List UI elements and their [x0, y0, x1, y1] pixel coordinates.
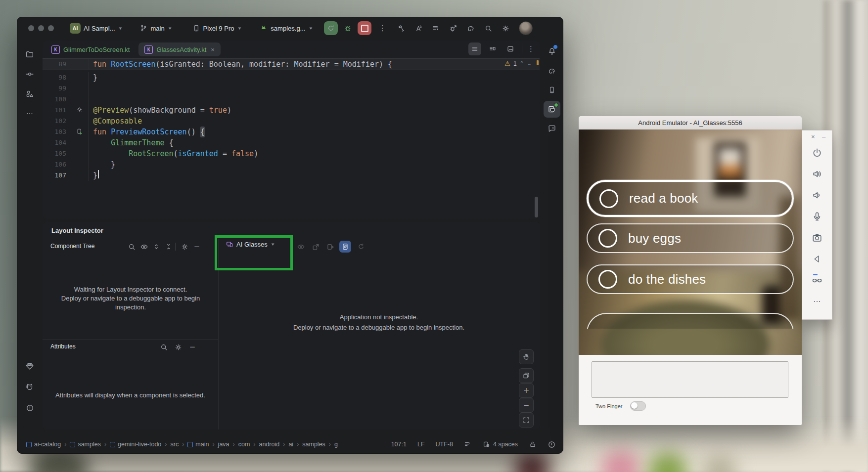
close-window-button[interactable] — [28, 25, 34, 31]
snapshot-load-button[interactable] — [324, 241, 336, 253]
emulator-close-button[interactable]: × — [811, 133, 815, 140]
inspect-mode-button[interactable] — [295, 241, 307, 253]
run-more-kebab[interactable]: ⋮ — [378, 24, 386, 32]
two-finger-toggle[interactable] — [630, 401, 646, 411]
layers-button[interactable] — [519, 368, 534, 383]
preview-settings-icon[interactable] — [76, 106, 83, 113]
sidebar-item-project[interactable] — [21, 46, 38, 63]
debug-button[interactable] — [341, 21, 355, 35]
pan-button[interactable] — [519, 349, 534, 364]
formatter-icon[interactable] — [464, 440, 472, 448]
code-line-105[interactable]: 105 RootScreen(isGranted = false) — [43, 148, 540, 159]
gutter[interactable] — [66, 83, 89, 94]
code-editor[interactable]: 89fun RootScreen(isGranted: Boolean, mod… — [43, 58, 540, 219]
device-selector[interactable]: Pixel 9 Pro ▼ — [192, 24, 242, 32]
sidebar-item-gemini[interactable] — [544, 120, 560, 137]
breadcrumb-item[interactable]: gemini-live-todo — [110, 441, 161, 448]
breadcrumb-item[interactable]: com — [238, 441, 250, 448]
gutter[interactable] — [66, 170, 89, 181]
attach-debugger-button[interactable] — [449, 24, 457, 33]
zoom-out-button[interactable]: − — [519, 398, 534, 413]
vcs-branch-widget[interactable]: main ▼ — [139, 24, 172, 32]
refresh-button[interactable] — [355, 241, 367, 253]
glasses-button[interactable] — [810, 273, 824, 288]
code-line-102[interactable]: 102@Composable — [43, 116, 540, 127]
more-button[interactable] — [810, 294, 824, 309]
apply-changes-button[interactable] — [414, 24, 423, 33]
breadcrumb-item[interactable]: java — [218, 441, 229, 448]
todo-radio-icon[interactable] — [598, 229, 617, 248]
tree-expand-all-button[interactable] — [150, 241, 162, 253]
stop-button[interactable] — [358, 21, 371, 35]
gutter[interactable] — [66, 159, 89, 170]
unlock-icon[interactable] — [529, 440, 537, 448]
emulator-text-input[interactable] — [592, 361, 788, 398]
volume-down-button[interactable] — [810, 188, 824, 203]
tree-settings-button[interactable] — [179, 241, 190, 253]
todo-item[interactable]: buy eggs — [587, 223, 794, 253]
editor-tab-2[interactable]: KGlassesActivity.kt× — [138, 43, 220, 56]
sidebar-item-app-quality-insights[interactable] — [21, 358, 38, 375]
code-line-99[interactable]: 99 — [43, 83, 540, 94]
tree-search-button[interactable] — [126, 241, 137, 253]
close-icon[interactable]: × — [211, 46, 215, 53]
gutter[interactable] — [66, 137, 89, 148]
tree-hide-button[interactable]: − — [191, 241, 203, 253]
camera-button[interactable] — [810, 230, 824, 245]
power-button[interactable] — [810, 145, 824, 160]
zoom-window-button[interactable] — [48, 25, 54, 31]
view-design-button[interactable] — [504, 43, 517, 55]
rerun-button[interactable] — [324, 21, 338, 35]
code-line-89[interactable]: 89fun RootScreen(isGranted: Boolean, mod… — [43, 58, 540, 70]
back-button[interactable] — [810, 252, 824, 266]
prev-warning-chevron[interactable]: ⌃ — [520, 61, 524, 66]
zoom-fit-button[interactable] — [519, 413, 534, 428]
line-separator[interactable]: LF — [417, 441, 425, 448]
gutter[interactable] — [66, 72, 89, 83]
run-config-selector[interactable]: samples.g... ▼ — [260, 24, 313, 32]
todo-radio-icon[interactable] — [599, 189, 618, 208]
breadcrumb-item[interactable]: main — [187, 441, 209, 448]
code-line-106[interactable]: 106 } — [43, 159, 540, 170]
volume-up-button[interactable] — [810, 167, 824, 181]
gutter[interactable] — [66, 105, 89, 116]
attributes-hide-button[interactable]: − — [186, 341, 198, 353]
attributes-settings-button[interactable] — [172, 341, 184, 353]
snapshot-export-button[interactable] — [310, 241, 321, 253]
editor-tab-1[interactable]: KGlimmerToDoScreen.kt — [46, 43, 136, 56]
indent-setting[interactable]: 4 spaces — [483, 440, 518, 448]
tree-visibility-button[interactable] — [138, 241, 150, 253]
sidebar-item-gradle[interactable] — [544, 62, 560, 79]
breadcrumb-item[interactable]: g — [334, 441, 338, 448]
live-updates-button[interactable] — [339, 241, 351, 253]
todo-item[interactable]: do the dishes — [587, 264, 794, 294]
attributes-search-button[interactable] — [158, 341, 170, 353]
breadcrumb-item[interactable]: android — [259, 441, 280, 448]
tree-collapse-all-button[interactable] — [163, 241, 175, 253]
minimize-window-button[interactable] — [38, 25, 44, 31]
sidebar-item-layout-inspector[interactable] — [544, 101, 560, 118]
gutter[interactable] — [66, 59, 89, 70]
sidebar-item-notifications[interactable] — [544, 43, 560, 60]
code-line-103[interactable]: 103fun PreviewRootScreen() { — [43, 127, 540, 137]
todo-item-partial[interactable] — [587, 313, 794, 329]
project-widget[interactable]: AI AI Sampl... ▼ — [70, 23, 123, 34]
error-info-icon[interactable] — [548, 440, 556, 449]
sidebar-item-structure[interactable] — [21, 86, 38, 102]
editor-scrollbar[interactable] — [535, 197, 538, 217]
settings-button[interactable] — [502, 24, 510, 33]
code-line-107[interactable]: 107} — [43, 170, 540, 181]
breadcrumb-item[interactable]: samples — [70, 441, 101, 448]
breadcrumb-item[interactable]: samples — [302, 441, 325, 448]
avatar[interactable] — [519, 21, 533, 35]
code-line-98[interactable]: 98} — [43, 72, 540, 83]
emulator-screen[interactable]: read a bookbuy eggsdo the dishes — [579, 129, 802, 355]
gutter[interactable] — [66, 148, 89, 159]
editor-options-kebab[interactable]: ⋮ — [527, 45, 535, 53]
build-button[interactable] — [397, 24, 406, 33]
breadcrumb-item[interactable]: src — [171, 441, 179, 448]
gutter[interactable] — [66, 94, 89, 105]
gradle-sync-button[interactable] — [466, 24, 475, 33]
gutter[interactable] — [66, 116, 89, 127]
todo-item[interactable]: read a book — [587, 180, 794, 217]
